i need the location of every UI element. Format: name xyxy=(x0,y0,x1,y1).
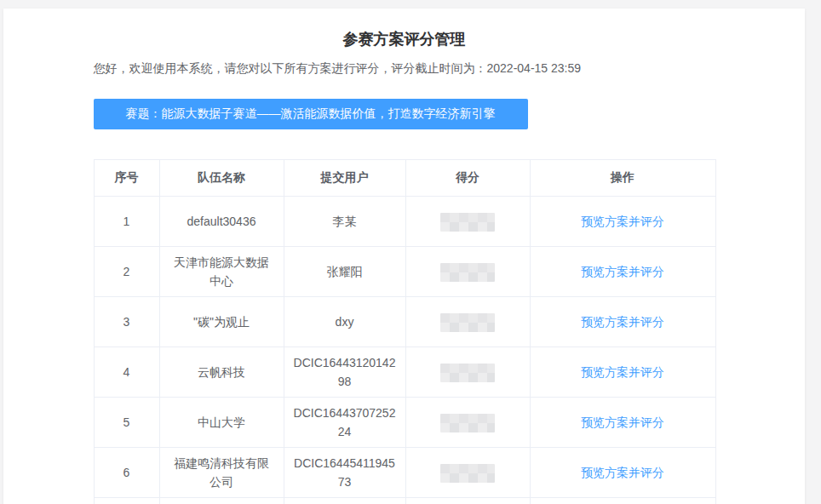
page-title: 参赛方案评分管理 xyxy=(94,9,715,50)
team-name-cell: "碳"为观止 xyxy=(159,297,284,347)
header-actions: 操作 xyxy=(530,160,715,197)
empty-cell xyxy=(159,498,284,504)
contest-topic-banner: 赛题：能源大数据子赛道——激活能源数据价值，打造数字经济新引擎 xyxy=(94,99,528,129)
score-cell xyxy=(405,297,530,347)
preview-and-score-link[interactable]: 预览方案并评分 xyxy=(581,365,664,379)
empty-cell xyxy=(530,498,715,504)
team-name-cell: 福建鸣清科技有限公司 xyxy=(159,448,284,498)
table-row: 5 中山大学 DCIC1644370725224 预览方案并评分 xyxy=(94,398,715,448)
header-team-name: 队伍名称 xyxy=(159,160,284,197)
preview-and-score-link[interactable]: 预览方案并评分 xyxy=(581,415,664,429)
team-name-cell: 中山大学 xyxy=(159,398,284,448)
table-body: 1 default30436 李某 预览方案并评分 2 天津市能源大数据中心 张… xyxy=(94,197,715,504)
action-cell: 预览方案并评分 xyxy=(530,197,715,247)
team-name-cell: 云帆科技 xyxy=(159,347,284,398)
score-cell xyxy=(405,448,530,498)
row-index-cell: 2 xyxy=(94,247,159,297)
team-name-cell: default30436 xyxy=(159,197,284,247)
header-score: 得分 xyxy=(405,160,530,197)
content-card: 参赛方案评分管理 您好，欢迎使用本系统，请您对以下所有方案进行评分，评分截止时间… xyxy=(3,9,805,504)
submit-user-cell: DCIC1644370725224 xyxy=(284,398,405,448)
table-row-partial xyxy=(94,498,715,504)
row-index-cell: 4 xyxy=(94,347,159,398)
action-cell: 预览方案并评分 xyxy=(530,448,715,498)
score-redacted-mosaic xyxy=(440,414,495,432)
table-row: 4 云帆科技 DCIC1644312014298 预览方案并评分 xyxy=(94,347,715,398)
score-redacted-mosaic xyxy=(440,364,495,382)
preview-and-score-link[interactable]: 预览方案并评分 xyxy=(581,215,664,228)
empty-cell xyxy=(405,498,530,504)
row-index-cell: 3 xyxy=(94,297,159,347)
score-cell xyxy=(405,347,530,398)
action-cell: 预览方案并评分 xyxy=(530,398,715,448)
row-index-cell: 5 xyxy=(94,398,159,448)
empty-cell xyxy=(94,498,159,504)
contest-topic-text: 赛题：能源大数据子赛道——激活能源数据价值，打造数字经济新引擎 xyxy=(126,106,496,122)
score-redacted-mosaic xyxy=(440,263,495,282)
row-index-cell: 1 xyxy=(94,197,159,247)
header-index: 序号 xyxy=(94,160,159,197)
score-redacted-mosaic xyxy=(440,313,495,332)
submit-user-cell: 张耀阳 xyxy=(284,247,405,297)
preview-and-score-link[interactable]: 预览方案并评分 xyxy=(581,466,664,479)
score-redacted-mosaic xyxy=(440,464,495,483)
score-cell xyxy=(405,247,530,297)
score-redacted-mosaic xyxy=(440,213,495,232)
submit-user-cell: 李某 xyxy=(284,197,405,247)
action-cell: 预览方案并评分 xyxy=(530,247,715,297)
row-index-cell: 6 xyxy=(94,448,159,498)
action-cell: 预览方案并评分 xyxy=(530,297,715,347)
table-row: 3 "碳"为观止 dxy 预览方案并评分 xyxy=(94,297,715,347)
submit-user-cell: DCIC1644541194573 xyxy=(284,448,405,498)
action-cell: 预览方案并评分 xyxy=(530,347,715,398)
submit-user-cell: dxy xyxy=(284,297,405,347)
welcome-text: 您好，欢迎使用本系统，请您对以下所有方案进行评分，评分截止时间为：2022-04… xyxy=(94,60,715,77)
empty-cell xyxy=(284,498,405,504)
submit-user-cell: DCIC1644312014298 xyxy=(284,347,405,398)
header-submit-user: 提交用户 xyxy=(284,160,405,197)
score-cell xyxy=(405,398,530,448)
submissions-table: 序号 队伍名称 提交用户 得分 操作 1 default30436 李某 预览方… xyxy=(94,159,716,504)
preview-and-score-link[interactable]: 预览方案并评分 xyxy=(581,265,664,278)
score-cell xyxy=(405,197,530,247)
table-row: 6 福建鸣清科技有限公司 DCIC1644541194573 预览方案并评分 xyxy=(94,448,715,498)
table-header-row: 序号 队伍名称 提交用户 得分 操作 xyxy=(94,160,715,197)
table-row: 1 default30436 李某 预览方案并评分 xyxy=(94,197,715,247)
team-name-cell: 天津市能源大数据中心 xyxy=(159,247,284,297)
table-row: 2 天津市能源大数据中心 张耀阳 预览方案并评分 xyxy=(94,247,715,297)
preview-and-score-link[interactable]: 预览方案并评分 xyxy=(581,315,664,329)
main-container: 参赛方案评分管理 您好，欢迎使用本系统，请您对以下所有方案进行评分，评分截止时间… xyxy=(94,9,715,504)
